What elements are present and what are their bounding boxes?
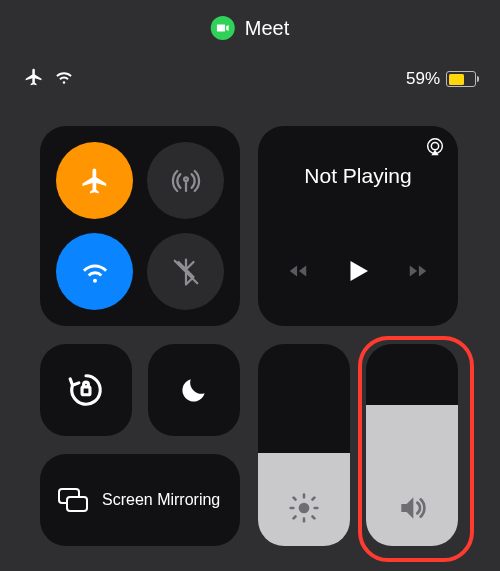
media-controls xyxy=(274,256,442,290)
status-bar-left xyxy=(24,67,74,91)
wifi-icon xyxy=(80,257,110,287)
connectivity-panel xyxy=(40,126,240,326)
active-app-label: Meet xyxy=(245,17,289,40)
battery-percent-label: 59% xyxy=(406,69,440,89)
screen-mirroring-button[interactable]: Screen Mirroring xyxy=(40,454,240,546)
brightness-slider[interactable] xyxy=(258,344,350,546)
media-panel[interactable]: Not Playing xyxy=(258,126,458,326)
airplay-icon[interactable] xyxy=(424,136,446,162)
volume-slider[interactable] xyxy=(366,344,458,546)
rotation-lock-icon xyxy=(67,371,105,409)
svg-rect-2 xyxy=(82,387,90,395)
bluetooth-off-icon xyxy=(171,257,201,287)
svg-point-1 xyxy=(431,142,438,149)
media-status-label: Not Playing xyxy=(274,164,442,188)
screen-mirroring-icon xyxy=(58,488,88,512)
camera-in-use-icon xyxy=(211,16,235,40)
status-bar-right: 59% xyxy=(406,69,476,89)
wifi-status-icon xyxy=(54,69,74,89)
volume-icon xyxy=(396,492,428,528)
airplane-mode-status-icon xyxy=(24,67,44,91)
moon-icon xyxy=(178,374,210,406)
brightness-icon xyxy=(288,492,320,528)
screen-mirroring-label: Screen Mirroring xyxy=(102,490,220,509)
previous-track-button[interactable] xyxy=(287,260,309,286)
airplane-icon xyxy=(80,166,110,196)
bluetooth-toggle[interactable] xyxy=(147,233,224,310)
cellular-data-toggle[interactable] xyxy=(147,142,224,219)
rotation-lock-toggle[interactable] xyxy=(40,344,132,436)
control-center: Meet 59% xyxy=(0,0,500,571)
active-app-pill[interactable]: Meet xyxy=(211,16,289,40)
airplane-mode-toggle[interactable] xyxy=(56,142,133,219)
do-not-disturb-toggle[interactable] xyxy=(148,344,240,436)
antenna-icon xyxy=(171,166,201,196)
wifi-toggle[interactable] xyxy=(56,233,133,310)
battery-icon xyxy=(446,71,476,87)
svg-rect-4 xyxy=(67,497,87,511)
play-button[interactable] xyxy=(343,256,373,290)
svg-point-5 xyxy=(299,503,310,514)
status-bar: 59% xyxy=(0,64,500,94)
next-track-button[interactable] xyxy=(407,260,429,286)
